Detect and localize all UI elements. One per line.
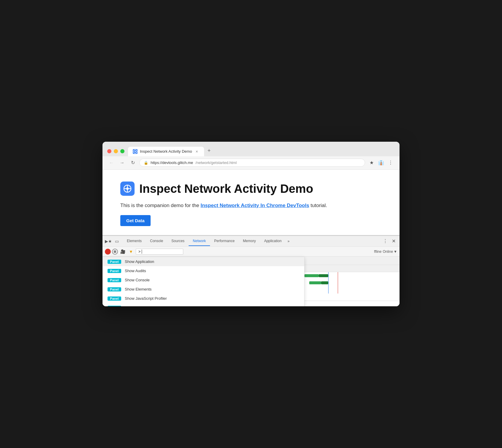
badge-panel-0: Panel (108, 260, 121, 264)
load-line (338, 272, 338, 294)
tab-memory[interactable]: Memory (239, 236, 260, 246)
window-controls (107, 149, 124, 153)
throttle-chevron-icon: ▼ (394, 250, 397, 254)
description-prefix: This is the companion demo for the (120, 203, 199, 208)
autocomplete-item-3[interactable]: Panel Show Elements (103, 285, 304, 294)
badge-panel-4: Panel (108, 296, 121, 301)
tab-network[interactable]: Network (189, 236, 210, 246)
autocomplete-item-2[interactable]: Panel Show Console (103, 275, 304, 285)
devtools-more-icon[interactable]: ⋮ (382, 238, 389, 245)
autocomplete-item-1[interactable]: Panel Show Audits (103, 266, 304, 275)
stop-icon (114, 250, 116, 253)
badge-panel-3: Panel (108, 287, 121, 291)
record-button[interactable] (105, 249, 111, 255)
devtools-close-icon[interactable]: ✕ (390, 238, 397, 245)
extensions-button[interactable]: 👔 (377, 159, 385, 167)
waterfall-bar-js-1 (309, 281, 321, 284)
tab-close-icon[interactable]: × (195, 149, 199, 154)
tab-title: Inspect Network Activity Demo (140, 149, 192, 154)
back-button[interactable]: ← (107, 159, 116, 167)
throttle-online-label: Online (383, 250, 393, 254)
forward-button[interactable]: → (118, 159, 126, 167)
search-prompt: > (138, 250, 141, 254)
filter-icon[interactable]: ▼ (127, 248, 135, 255)
devtools-link[interactable]: Inspect Network Activity In Chrome DevTo… (201, 203, 309, 208)
autocomplete-label-5: Show Layers (125, 305, 147, 306)
waterfall-bar-css-2 (319, 274, 328, 277)
page-description: This is the companion demo for the Inspe… (120, 202, 382, 209)
throttle-offline-label: ffline (374, 250, 381, 254)
screenshot-button[interactable]: 🎥 (119, 248, 126, 255)
title-bar: Inspect Network Activity Demo × + (102, 142, 400, 156)
dom-content-loaded-line (328, 272, 329, 294)
devtools-tabs-list: Elements Console Sources Network Perform… (123, 236, 382, 246)
bookmark-button[interactable]: ★ (367, 159, 376, 167)
tab-console[interactable]: Console (146, 236, 167, 246)
page-title-row: Inspect Network Activity Demo (120, 182, 382, 196)
svg-point-1 (135, 151, 136, 152)
get-data-button[interactable]: Get Data (120, 215, 151, 226)
badge-panel-1: Panel (108, 269, 121, 273)
search-cursor (142, 250, 142, 254)
devtools-panel: ▶★ ▭ Elements Console Sources Network Pe… (102, 235, 400, 306)
url-path: /network/getstarted.html (195, 160, 237, 165)
command-search-box[interactable]: > (136, 249, 183, 255)
page-logo (120, 182, 135, 196)
tab-favicon (133, 149, 138, 154)
reload-button[interactable]: ↻ (129, 159, 137, 167)
menu-button[interactable]: ⋮ (386, 159, 395, 167)
minimize-button[interactable] (114, 149, 118, 153)
autocomplete-label-0: Show Application (125, 259, 154, 264)
tab-elements[interactable]: Elements (123, 236, 146, 246)
devtools-tab-bar: ▶★ ▭ Elements Console Sources Network Pe… (102, 236, 400, 247)
devtools-tab-actions: ⋮ ✕ (382, 238, 397, 245)
stop-button[interactable] (112, 249, 118, 255)
new-tab-button[interactable]: + (204, 145, 214, 156)
autocomplete-label-4: Show JavaScript Profiler (125, 296, 167, 301)
autocomplete-label-1: Show Audits (125, 269, 146, 273)
svg-point-3 (126, 187, 129, 190)
element-picker-icon[interactable]: ▶★ (105, 238, 112, 245)
autocomplete-item-4[interactable]: Panel Show JavaScript Profiler (103, 294, 304, 303)
badge-panel-5: Panel (108, 306, 121, 307)
tab-application[interactable]: Application (260, 236, 286, 246)
url-input[interactable]: 🔒 https://devtools.glitch.me /network/ge… (139, 159, 365, 167)
network-toolbar-wrap: 🎥 ▼ > ffline Online ▼ Panel (102, 247, 400, 257)
device-mode-icon[interactable]: ▭ (113, 238, 120, 245)
tab-sources[interactable]: Sources (167, 236, 189, 246)
autocomplete-label-2: Show Console (125, 278, 150, 282)
maximize-button[interactable] (120, 149, 124, 153)
browser-window: Inspect Network Activity Demo × + ← → ↻ … (102, 142, 400, 307)
autocomplete-dropdown: Panel Show Application Panel Show Audits… (102, 257, 304, 306)
lock-icon: 🔒 (144, 161, 148, 165)
browser-tab[interactable]: Inspect Network Activity Demo × (128, 147, 204, 156)
devtools-mode-icons: ▶★ ▭ (105, 238, 120, 245)
url-domain: https://devtools.glitch.me (151, 160, 193, 165)
tab-performance[interactable]: Performance (210, 236, 239, 246)
close-button[interactable] (107, 149, 111, 153)
tab-overflow[interactable]: » (286, 237, 291, 246)
page-title: Inspect Network Activity Demo (139, 182, 313, 195)
throttle-section: ffline Online ▼ (374, 250, 397, 254)
network-toolbar: 🎥 ▼ > ffline Online ▼ (102, 247, 400, 257)
url-bar: ← → ↻ 🔒 https://devtools.glitch.me /netw… (102, 156, 400, 170)
autocomplete-item-0[interactable]: Panel Show Application (103, 257, 304, 266)
description-suffix: tutorial. (311, 203, 327, 208)
page-content: Inspect Network Activity Demo This is th… (102, 170, 400, 236)
browser-toolbar-right: ★ 👔 ⋮ (367, 159, 395, 167)
throttle-dropdown[interactable]: Online ▼ (383, 250, 397, 254)
waterfall-bar-css-1 (304, 274, 319, 277)
badge-panel-2: Panel (108, 278, 121, 282)
waterfall-bar-js-2 (321, 281, 328, 284)
autocomplete-label-3: Show Elements (125, 287, 151, 291)
autocomplete-item-5[interactable]: Panel Show Layers (103, 303, 304, 306)
